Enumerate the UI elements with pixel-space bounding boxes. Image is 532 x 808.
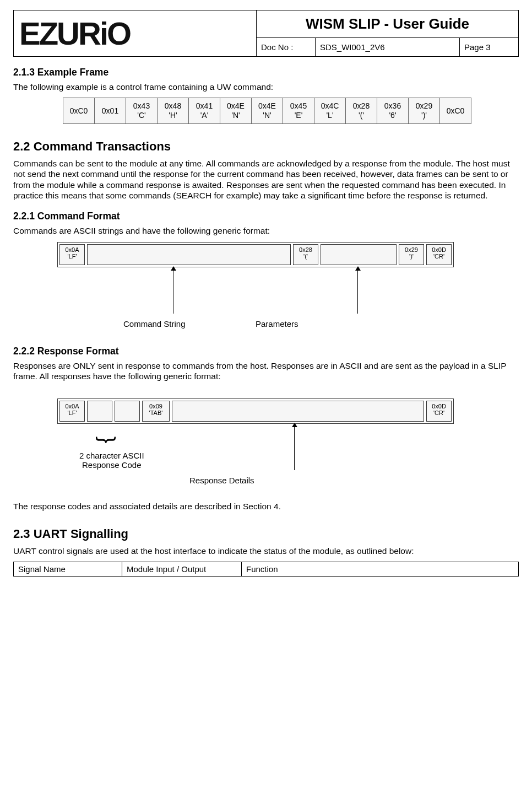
char: 'LF' <box>67 410 77 416</box>
diagram-box-tab: 0x09 'TAB' <box>142 401 170 422</box>
hex: 0x28 <box>299 246 312 253</box>
diagram-box-lparen: 0x28 '(' <box>293 244 318 265</box>
diagram-slot-cmd <box>87 244 291 265</box>
diagram-label-response-code: 2 character ASCII Response Code <box>79 451 144 470</box>
frame-cell: 0x4C'L' <box>314 98 346 124</box>
frame-cell: 0x36'6' <box>377 98 409 124</box>
diagram-box-lf: 0x0A 'LF' <box>59 401 85 422</box>
diagram-label-parameters: Parameters <box>256 319 298 328</box>
diagram-label-response-details: Response Details <box>189 476 254 485</box>
char: ')' <box>409 253 414 260</box>
hex: 0x0D <box>432 246 446 253</box>
text-response-codes: The response codes and associated detail… <box>13 501 519 511</box>
table-header-function: Function <box>242 562 519 577</box>
text-2-3: UART control signals are used at the hos… <box>13 546 519 556</box>
frame-cell: 0x4E'N' <box>220 98 252 124</box>
diagram-box-rparen: 0x29 ')' <box>399 244 424 265</box>
hex: 0x0D <box>432 403 446 410</box>
hex: 0x09 <box>149 403 162 410</box>
hex: 0x0A <box>65 246 79 253</box>
logo: EZURiO <box>19 15 130 51</box>
page-number: Page 3 <box>460 37 519 56</box>
frame-cell: 0x48'H' <box>158 98 189 124</box>
text-2-2-1: Commands are ASCII strings and have the … <box>13 225 519 236</box>
response-format-diagram: 0x0A 'LF' 0x09 'TAB' 0x0D 'CR' } 2 chara… <box>57 387 476 498</box>
char: 'CR' <box>433 410 444 416</box>
table-header-module-io: Module Input / Output <box>122 562 242 577</box>
hex: 0x29 <box>405 246 418 253</box>
frame-cell: 0x29')' <box>409 98 440 124</box>
char: 'TAB' <box>149 410 163 416</box>
diagram-slot-params <box>321 244 397 265</box>
diagram-slot-code2 <box>115 401 140 422</box>
heading-2-3: 2.3 UART Signalling <box>13 527 519 541</box>
char: 'LF' <box>67 253 77 260</box>
diagram-slot-code1 <box>87 401 112 422</box>
heading-2-2-1: 2.2.1 Command Format <box>13 211 519 222</box>
frame-cell: 0xC0 <box>440 98 471 124</box>
heading-2-1-3: 2.1.3 Example Frame <box>13 67 519 78</box>
hex: 0x0A <box>65 403 79 410</box>
text-2-2-2: Responses are ONLY sent in response to c… <box>13 360 519 382</box>
docno-value: SDS_WI001_2V6 <box>316 37 460 56</box>
command-format-diagram: 0x0A 'LF' 0x28 '(' 0x29 ')' 0x0D 'CR' Co… <box>57 242 476 336</box>
frame-cell: 0x01 <box>95 98 126 124</box>
frame-cell: 0x41'A' <box>189 98 220 124</box>
heading-2-2-2: 2.2.2 Response Format <box>13 346 519 357</box>
text-2-2: Commands can be sent to the module at an… <box>13 158 519 201</box>
uart-signal-table: Signal Name Module Input / Output Functi… <box>13 562 519 577</box>
diagram-slot-details <box>172 401 424 422</box>
frame-cell: 0x43'C' <box>126 98 158 124</box>
diagram-box-cr: 0x0D 'CR' <box>426 401 452 422</box>
frame-cell: 0xC0 <box>63 98 95 124</box>
diagram-label-command-string: Command String <box>123 319 186 328</box>
char: '(' <box>303 253 308 260</box>
document-header: EZURiO WISM SLIP - User Guide Doc No : S… <box>13 10 519 57</box>
frame-cell: 0x28'(' <box>346 98 377 124</box>
diagram-box-cr: 0x0D 'CR' <box>426 244 452 265</box>
frame-cell: 0x4E'N' <box>252 98 283 124</box>
logo-cell: EZURiO <box>14 10 257 57</box>
char: 'CR' <box>433 253 444 260</box>
frame-cell: 0x45'E' <box>283 98 314 124</box>
text-2-1-3: The following example is a control frame… <box>13 82 519 92</box>
heading-2-2: 2.2 Command Transactions <box>13 139 519 154</box>
diagram-box-lf: 0x0A 'LF' <box>59 244 85 265</box>
document-title: WISM SLIP - User Guide <box>257 10 519 38</box>
docno-label: Doc No : <box>257 37 316 56</box>
table-header-signal-name: Signal Name <box>14 562 122 577</box>
example-frame-table: 0xC00x010x43'C'0x48'H'0x41'A'0x4E'N'0x4E… <box>63 98 471 124</box>
